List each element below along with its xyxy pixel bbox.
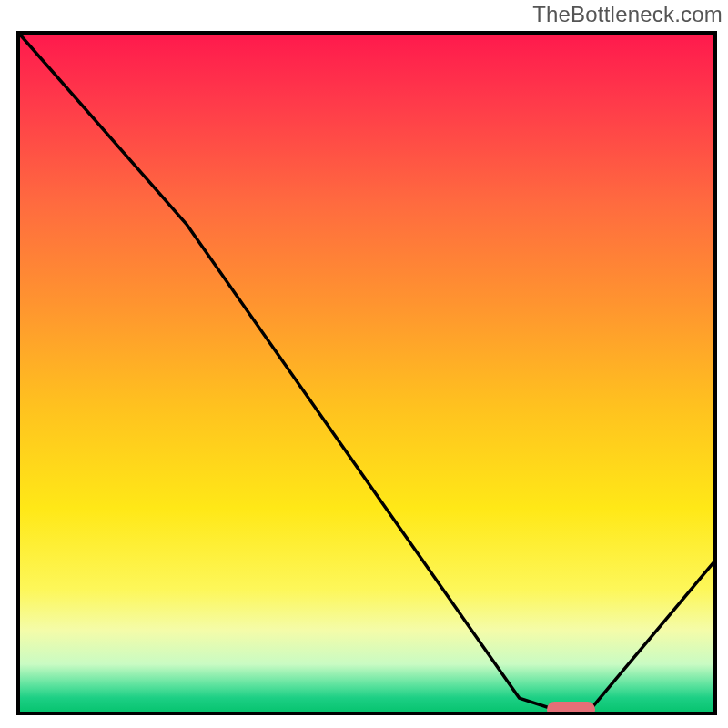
optimal-range-marker bbox=[547, 702, 595, 715]
chart-area bbox=[16, 31, 717, 715]
curve-path bbox=[20, 35, 713, 712]
bottleneck-curve-line bbox=[20, 35, 713, 712]
watermark-text: TheBottleneck.com bbox=[532, 2, 723, 27]
